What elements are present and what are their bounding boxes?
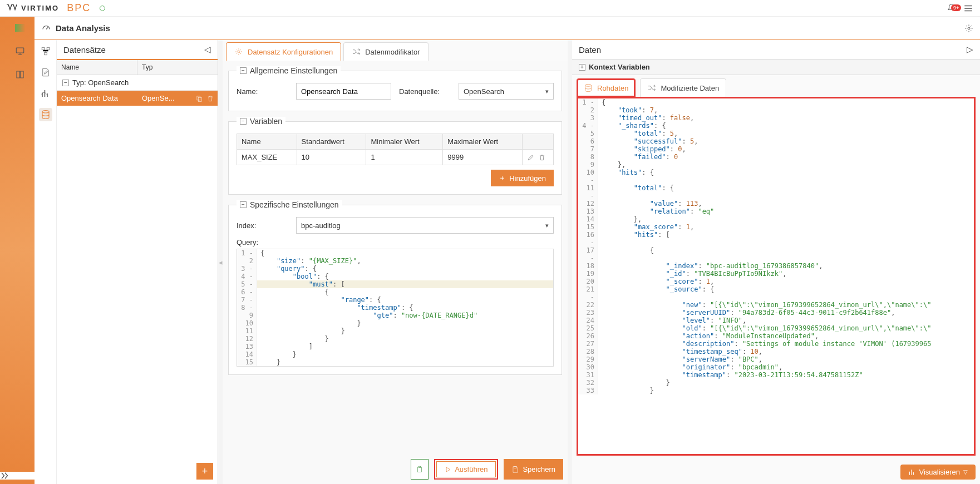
page-subheader: Data Analysis	[35, 17, 980, 40]
edit-variable-button[interactable]	[527, 154, 535, 161]
datasets-title: Datensätze ◁	[57, 40, 218, 60]
visualize-button[interactable]: Visualisieren ▽	[900, 465, 976, 480]
hamburger-icon	[963, 3, 973, 13]
tab-data-modifier[interactable]: Datenmodifikator	[343, 42, 428, 61]
gauge-icon	[41, 23, 51, 33]
col-name-header[interactable]: Name	[57, 60, 137, 75]
data-title: Daten	[579, 45, 601, 55]
minus-square-icon[interactable]: −	[240, 67, 247, 74]
datasets-panel: Datensätze ◁ Name Typ − Typ: OpenSearch …	[57, 40, 218, 484]
general-settings-box: − Allgemeine Einstellungen Name: Datenqu…	[228, 66, 562, 111]
copy-dataset-button[interactable]	[195, 95, 203, 102]
delete-dataset-button[interactable]	[206, 95, 214, 102]
tool-chart[interactable]	[39, 87, 52, 100]
clipboard-icon	[416, 466, 423, 473]
app-header: VIRTIMO BPC 9+	[0, 0, 980, 17]
save-button[interactable]: Speichern	[504, 459, 563, 480]
database-icon	[584, 83, 593, 92]
source-select[interactable]: OpenSearch ▾	[459, 83, 554, 100]
layer-icon	[15, 24, 25, 32]
nav-item-desktop[interactable]	[14, 46, 26, 57]
collapse-panel-button[interactable]: ◁	[204, 45, 211, 55]
svg-point-6	[42, 111, 49, 113]
variables-table: Name Standardwert Minimaler Wert Maximal…	[237, 134, 554, 165]
svg-point-2	[968, 27, 970, 29]
var-col-name[interactable]: Name	[237, 134, 297, 150]
clipboard-button[interactable]	[411, 459, 429, 480]
raw-data-viewer[interactable]: 1 -{2 "took": 7,3 "timed_out": false,4 -…	[578, 98, 974, 394]
save-icon	[511, 466, 519, 473]
svg-rect-0	[15, 24, 25, 32]
chevron-down-icon: ▾	[545, 222, 549, 229]
add-variable-button[interactable]: ＋ Hinzufügen	[491, 170, 554, 186]
brand-sub: BPC	[67, 2, 91, 14]
tool-tree[interactable]	[39, 45, 52, 58]
tool-data[interactable]	[39, 108, 52, 121]
play-icon	[445, 466, 451, 473]
svg-point-13	[585, 84, 592, 86]
svg-rect-7	[197, 96, 200, 100]
shuffle-icon	[352, 47, 361, 56]
minus-square-icon[interactable]: −	[240, 118, 247, 125]
config-panel: Datensatz Konfigurationen Datenmodifikat…	[223, 40, 568, 484]
svg-rect-5	[44, 52, 47, 55]
tool-edit[interactable]	[39, 66, 52, 79]
splitter-left[interactable]: ◂	[218, 40, 223, 484]
expand-data-button[interactable]: ▷	[967, 45, 973, 55]
tool-rail	[35, 40, 57, 484]
page-settings-button[interactable]	[964, 24, 973, 33]
var-col-min[interactable]: Minimaler Wert	[366, 134, 443, 150]
notifications-button[interactable]: 9+	[947, 3, 957, 13]
menu-button[interactable]	[963, 3, 973, 13]
context-variables-row[interactable]: + Kontext Variablen	[572, 60, 980, 75]
query-editor[interactable]: 1 -{2 "size": "{MAX_SIZE}",3 - "query": …	[237, 249, 554, 367]
name-label: Name:	[237, 87, 289, 96]
splitter-right[interactable]	[568, 40, 572, 484]
chevron-down-icon: ▽	[963, 469, 968, 475]
page-title: Data Analysis	[56, 23, 110, 33]
data-panel: Daten ▷ + Kontext Variablen Rohdaten	[572, 40, 980, 484]
rail-collapse-button[interactable]	[0, 472, 35, 480]
database-icon	[41, 110, 51, 120]
svg-rect-4	[47, 47, 50, 50]
variables-box: − Variablen Name Standardwert Minimaler …	[228, 117, 562, 195]
tab-modified-data[interactable]: Modifizierte Daten	[640, 78, 726, 97]
nav-item-book[interactable]	[14, 69, 26, 80]
svg-point-9	[238, 51, 240, 53]
index-select[interactable]: bpc-auditlog ▾	[296, 217, 554, 234]
gear-icon	[964, 24, 973, 33]
notification-badge: 9+	[951, 4, 961, 11]
nav-item-gradient[interactable]	[14, 22, 26, 33]
pencil-doc-icon	[41, 67, 51, 77]
nav-rail	[0, 17, 35, 484]
var-col-max[interactable]: Maximaler Wert	[443, 134, 523, 150]
shuffle-icon	[647, 83, 656, 92]
brand-text: VIRTIMO	[21, 4, 59, 12]
gear-icon	[234, 47, 243, 56]
dataset-row[interactable]: Opensearch Data OpenSe...	[57, 91, 218, 106]
query-label: Query:	[237, 238, 554, 246]
minus-square-icon: −	[62, 80, 69, 86]
dataset-group[interactable]: − Typ: OpenSearch	[57, 75, 218, 91]
variable-row[interactable]: MAX_SIZE 10 1 9999	[237, 150, 554, 165]
pencil-icon	[527, 154, 535, 161]
specific-settings-box: − Spezifische Einstellungen Index: bpc-a…	[228, 200, 562, 375]
delete-variable-button[interactable]	[538, 154, 546, 161]
tab-raw-data[interactable]: Rohdaten	[577, 78, 636, 97]
svg-rect-3	[42, 47, 45, 50]
tab-dataset-config[interactable]: Datensatz Konfigurationen	[226, 42, 341, 61]
chart-icon	[908, 468, 916, 476]
add-dataset-button[interactable]: +	[196, 463, 213, 480]
var-col-std[interactable]: Standardwert	[297, 134, 366, 150]
name-input[interactable]	[296, 83, 391, 100]
col-type-header[interactable]: Typ	[137, 60, 218, 75]
chart-icon	[41, 88, 51, 98]
minus-square-icon[interactable]: −	[240, 201, 247, 208]
trash-icon	[206, 95, 214, 102]
copy-icon	[195, 95, 203, 102]
status-dot-icon	[100, 6, 105, 11]
datasets-header-row: Name Typ	[57, 60, 218, 75]
svg-rect-1	[16, 48, 24, 53]
execute-button[interactable]: Ausführen	[436, 461, 496, 477]
trash-icon	[538, 154, 546, 161]
